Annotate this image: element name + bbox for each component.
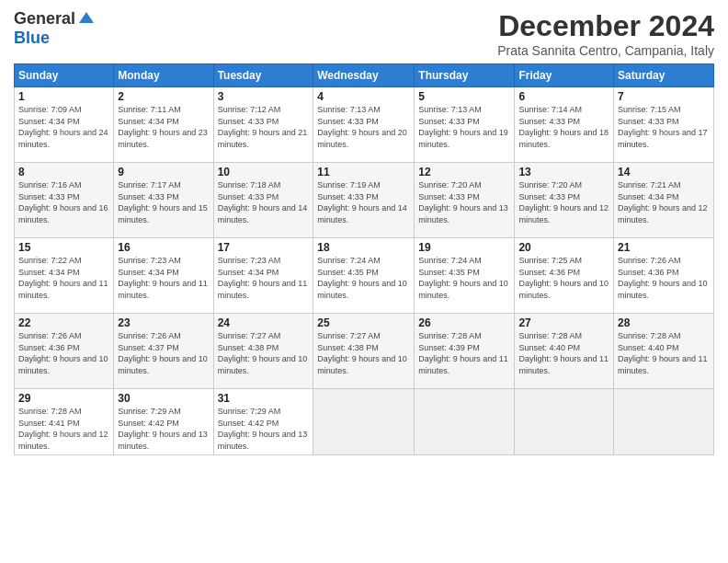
day-info: Sunrise: 7:20 AM Sunset: 4:33 PM Dayligh…: [518, 179, 609, 225]
table-cell: 28 Sunrise: 7:28 AM Sunset: 4:40 PM Dayl…: [614, 314, 714, 389]
table-cell: [614, 389, 714, 455]
day-number: 17: [218, 241, 310, 254]
day-number: 30: [118, 392, 209, 405]
day-number: 28: [618, 316, 710, 329]
table-cell: 23 Sunrise: 7:26 AM Sunset: 4:37 PM Dayl…: [114, 314, 213, 389]
table-cell: 11 Sunrise: 7:19 AM Sunset: 4:33 PM Dayl…: [313, 163, 415, 238]
day-number: 26: [418, 316, 510, 329]
day-number: 18: [317, 241, 410, 254]
day-info: Sunrise: 7:24 AM Sunset: 4:35 PM Dayligh…: [317, 255, 410, 301]
day-number: 11: [317, 166, 410, 178]
day-info: Sunrise: 7:28 AM Sunset: 4:39 PM Dayligh…: [418, 330, 510, 376]
table-cell: 16 Sunrise: 7:23 AM Sunset: 4:34 PM Dayl…: [114, 238, 213, 314]
day-info: Sunrise: 7:09 AM Sunset: 4:34 PM Dayligh…: [18, 104, 109, 150]
col-saturday: Saturday: [614, 64, 714, 87]
day-info: Sunrise: 7:29 AM Sunset: 4:42 PM Dayligh…: [218, 406, 310, 452]
col-tuesday: Tuesday: [213, 64, 313, 87]
table-cell: 8 Sunrise: 7:16 AM Sunset: 4:33 PM Dayli…: [15, 163, 114, 238]
table-cell: 31 Sunrise: 7:29 AM Sunset: 4:42 PM Dayl…: [213, 389, 313, 455]
day-info: Sunrise: 7:26 AM Sunset: 4:36 PM Dayligh…: [618, 255, 710, 301]
day-number: 13: [518, 166, 609, 178]
table-cell: 3 Sunrise: 7:12 AM Sunset: 4:33 PM Dayli…: [213, 87, 313, 163]
col-wednesday: Wednesday: [313, 64, 415, 87]
day-info: Sunrise: 7:20 AM Sunset: 4:33 PM Dayligh…: [418, 179, 510, 225]
day-info: Sunrise: 7:27 AM Sunset: 4:38 PM Dayligh…: [317, 330, 410, 376]
table-cell: 14 Sunrise: 7:21 AM Sunset: 4:34 PM Dayl…: [614, 163, 714, 238]
table-cell: 13 Sunrise: 7:20 AM Sunset: 4:33 PM Dayl…: [515, 163, 614, 238]
table-cell: 27 Sunrise: 7:28 AM Sunset: 4:40 PM Dayl…: [515, 314, 614, 389]
table-cell: 25 Sunrise: 7:27 AM Sunset: 4:38 PM Dayl…: [313, 314, 415, 389]
day-info: Sunrise: 7:12 AM Sunset: 4:33 PM Dayligh…: [218, 104, 310, 150]
day-number: 20: [518, 241, 609, 254]
title-area: December 2024 Prata Sannita Centro, Camp…: [497, 9, 714, 58]
day-info: Sunrise: 7:17 AM Sunset: 4:33 PM Dayligh…: [118, 179, 209, 225]
logo-blue-text: Blue: [14, 29, 50, 48]
table-cell: 7 Sunrise: 7:15 AM Sunset: 4:33 PM Dayli…: [614, 87, 714, 163]
day-number: 1: [18, 90, 109, 103]
day-info: Sunrise: 7:28 AM Sunset: 4:40 PM Dayligh…: [518, 330, 609, 376]
day-info: Sunrise: 7:11 AM Sunset: 4:34 PM Dayligh…: [118, 104, 209, 150]
day-number: 21: [618, 241, 710, 254]
col-monday: Monday: [114, 64, 213, 87]
day-info: Sunrise: 7:26 AM Sunset: 4:36 PM Dayligh…: [18, 330, 109, 376]
table-cell: 17 Sunrise: 7:23 AM Sunset: 4:34 PM Dayl…: [213, 238, 313, 314]
location-subtitle: Prata Sannita Centro, Campania, Italy: [497, 43, 714, 58]
table-cell: 2 Sunrise: 7:11 AM Sunset: 4:34 PM Dayli…: [114, 87, 213, 163]
calendar-table: Sunday Monday Tuesday Wednesday Thursday…: [14, 63, 714, 455]
month-title: December 2024: [497, 9, 714, 43]
table-cell: 21 Sunrise: 7:26 AM Sunset: 4:36 PM Dayl…: [614, 238, 714, 314]
table-cell: 19 Sunrise: 7:24 AM Sunset: 4:35 PM Dayl…: [415, 238, 515, 314]
day-info: Sunrise: 7:28 AM Sunset: 4:40 PM Dayligh…: [618, 330, 710, 376]
table-cell: 10 Sunrise: 7:18 AM Sunset: 4:33 PM Dayl…: [213, 163, 313, 238]
day-number: 8: [18, 166, 109, 178]
col-thursday: Thursday: [415, 64, 515, 87]
day-number: 29: [18, 392, 109, 405]
table-cell: 1 Sunrise: 7:09 AM Sunset: 4:34 PM Dayli…: [15, 87, 114, 163]
svg-marker-0: [79, 12, 94, 23]
day-number: 14: [618, 166, 710, 178]
day-info: Sunrise: 7:28 AM Sunset: 4:41 PM Dayligh…: [18, 406, 109, 452]
day-info: Sunrise: 7:29 AM Sunset: 4:42 PM Dayligh…: [118, 406, 209, 452]
table-cell: 6 Sunrise: 7:14 AM Sunset: 4:33 PM Dayli…: [515, 87, 614, 163]
table-cell: 30 Sunrise: 7:29 AM Sunset: 4:42 PM Dayl…: [114, 389, 213, 455]
day-number: 6: [518, 90, 609, 103]
table-cell: 15 Sunrise: 7:22 AM Sunset: 4:34 PM Dayl…: [15, 238, 114, 314]
col-friday: Friday: [515, 64, 614, 87]
col-sunday: Sunday: [15, 64, 114, 87]
day-number: 19: [418, 241, 510, 254]
header: General Blue December 2024 Prata Sannita…: [14, 9, 714, 58]
day-number: 7: [618, 90, 710, 103]
day-info: Sunrise: 7:13 AM Sunset: 4:33 PM Dayligh…: [317, 104, 410, 150]
day-info: Sunrise: 7:27 AM Sunset: 4:38 PM Dayligh…: [218, 330, 310, 376]
day-info: Sunrise: 7:14 AM Sunset: 4:33 PM Dayligh…: [518, 104, 609, 150]
day-number: 4: [317, 90, 410, 103]
day-number: 23: [118, 316, 209, 329]
day-number: 10: [218, 166, 310, 178]
day-number: 22: [18, 316, 109, 329]
day-number: 25: [317, 316, 410, 329]
day-number: 16: [118, 241, 209, 254]
day-info: Sunrise: 7:15 AM Sunset: 4:33 PM Dayligh…: [618, 104, 710, 150]
day-info: Sunrise: 7:25 AM Sunset: 4:36 PM Dayligh…: [518, 255, 609, 301]
day-number: 27: [518, 316, 609, 329]
table-cell: 26 Sunrise: 7:28 AM Sunset: 4:39 PM Dayl…: [415, 314, 515, 389]
page: General Blue December 2024 Prata Sannita…: [0, 0, 728, 563]
day-info: Sunrise: 7:16 AM Sunset: 4:33 PM Dayligh…: [18, 179, 109, 225]
day-number: 3: [218, 90, 310, 103]
table-cell: 29 Sunrise: 7:28 AM Sunset: 4:41 PM Dayl…: [15, 389, 114, 455]
table-cell: [313, 389, 415, 455]
logo: General Blue: [14, 9, 96, 48]
table-cell: 5 Sunrise: 7:13 AM Sunset: 4:33 PM Dayli…: [415, 87, 515, 163]
table-cell: [515, 389, 614, 455]
day-info: Sunrise: 7:21 AM Sunset: 4:34 PM Dayligh…: [618, 179, 710, 225]
day-number: 5: [418, 90, 510, 103]
logo-icon: [77, 10, 96, 29]
day-info: Sunrise: 7:13 AM Sunset: 4:33 PM Dayligh…: [418, 104, 510, 150]
day-info: Sunrise: 7:23 AM Sunset: 4:34 PM Dayligh…: [118, 255, 209, 301]
day-number: 15: [18, 241, 109, 254]
table-cell: 24 Sunrise: 7:27 AM Sunset: 4:38 PM Dayl…: [213, 314, 313, 389]
logo-general-text: General: [14, 9, 75, 29]
day-number: 12: [418, 166, 510, 178]
day-info: Sunrise: 7:19 AM Sunset: 4:33 PM Dayligh…: [317, 179, 410, 225]
day-number: 2: [118, 90, 209, 103]
